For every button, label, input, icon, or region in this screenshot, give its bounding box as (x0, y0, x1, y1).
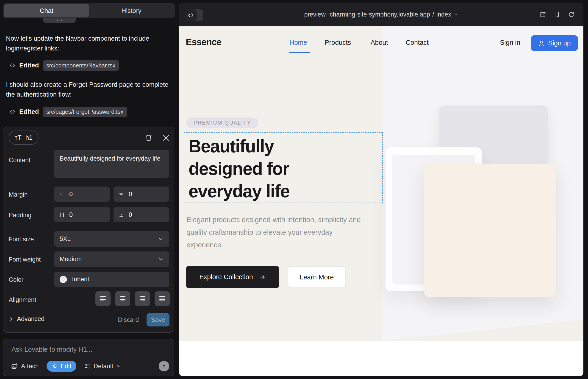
align-left-button[interactable] (95, 291, 110, 306)
image-plus-icon (11, 363, 18, 370)
model-default-select[interactable]: Default (84, 363, 121, 370)
delete-element-button[interactable] (144, 134, 153, 142)
mobile-view-icon[interactable] (554, 11, 560, 18)
typography-icon: тT (15, 134, 22, 141)
element-editor-panel: тT h1 Content Beautifully designed for e… (3, 127, 174, 333)
signin-link[interactable]: Sign in (500, 39, 520, 46)
edited-label: Edited (19, 108, 39, 115)
align-right-button[interactable] (135, 291, 150, 306)
sliders-icon (84, 363, 91, 369)
chevron-right-icon (9, 316, 14, 322)
chat-message: I should also create a Forgot Password p… (6, 79, 170, 99)
browser-toolbar: preview--charming-site-symphony.lovable.… (179, 3, 583, 26)
align-justify-button[interactable] (155, 291, 170, 306)
preview-url: preview--charming-site-symphony.lovable.… (304, 11, 430, 18)
chevron-down-icon (453, 12, 458, 17)
chat-message: Now let's update the Navbar component to… (6, 33, 170, 53)
advanced-toggle[interactable]: Advanced (9, 316, 45, 323)
tab-history[interactable]: History (89, 4, 174, 17)
font-size-label: Font size (9, 236, 34, 243)
hero-paragraph: Elegant products designed with intention… (186, 213, 368, 251)
h1-selection-outline[interactable] (184, 132, 383, 203)
align-justify-icon (158, 295, 166, 302)
site-logo[interactable]: Essence (186, 37, 221, 47)
padding-horizontal-icon (59, 211, 65, 218)
tab-chat[interactable]: Chat (4, 4, 89, 17)
align-center-button[interactable] (115, 291, 130, 306)
hero-decorative-wedge (382, 318, 583, 341)
open-in-new-icon[interactable] (540, 11, 546, 18)
content-label: Content (9, 157, 31, 164)
margin-vertical-icon (118, 191, 124, 197)
alignment-label: Alignment (9, 296, 36, 303)
close-panel-icon[interactable] (162, 134, 170, 142)
edit-mode-button[interactable]: Edit (46, 361, 77, 372)
file-path-chip[interactable]: src/pages/ForgotPassword.tsx (43, 107, 127, 117)
preview-page: Essence Home Products About Contact Sign… (179, 26, 583, 376)
nav-products[interactable]: Products (325, 39, 351, 46)
edited-label: Edited (19, 62, 39, 69)
font-weight-select[interactable]: Medium (54, 252, 169, 267)
refresh-icon[interactable] (568, 11, 575, 18)
margin-x-input[interactable]: 0 (54, 187, 110, 202)
color-swatch (60, 276, 67, 283)
font-size-select[interactable]: 5XL (54, 231, 169, 247)
chevron-down-icon (116, 364, 121, 369)
nav-contact[interactable]: Contact (406, 39, 429, 46)
chevron-down-icon (158, 236, 164, 242)
preview-browser-frame: preview--charming-site-symphony.lovable.… (179, 3, 583, 376)
hero-section: Essence Home Products About Contact Sign… (179, 26, 583, 341)
target-icon (52, 363, 58, 369)
attach-button[interactable]: Attach (11, 363, 39, 370)
edited-file-row[interactable]: Edited src/components/Navbar.tsx (9, 60, 119, 71)
align-right-icon (139, 295, 146, 302)
discard-button[interactable]: Discard (118, 316, 139, 323)
premium-quality-badge: PREMIUM QUALITY (186, 117, 259, 128)
nav-home[interactable]: Home (289, 39, 307, 46)
margin-label: Margin (9, 191, 28, 198)
padding-vertical-icon (118, 211, 124, 218)
tag-name: h1 (25, 134, 32, 141)
padding-label: Padding (9, 212, 31, 219)
lovable-editor-app: Chat History Now let's update the Navbar… (0, 0, 588, 379)
padding-y-input[interactable]: 0 (113, 207, 169, 222)
chat-composer: Ask Lovable to modify H1... Attach Edit … (3, 339, 174, 376)
learn-more-button[interactable]: Learn More (288, 266, 346, 288)
decor-card-peach (424, 164, 556, 297)
margin-horizontal-icon (59, 191, 65, 197)
edited-file-row[interactable]: Edited src/pages/ForgotPassword.tsx (9, 107, 127, 117)
color-label: Color (9, 276, 24, 283)
user-icon (538, 40, 545, 47)
composer-input[interactable]: Ask Lovable to modify H1... (12, 346, 93, 353)
margin-y-input[interactable]: 0 (113, 187, 169, 202)
send-button[interactable] (159, 361, 169, 371)
padding-x-input[interactable]: 0 (54, 207, 110, 222)
chat-sidebar: Chat History Now let's update the Navbar… (0, 0, 179, 379)
font-weight-label: Font weight (9, 256, 41, 263)
align-left-icon (99, 295, 107, 302)
clipped-scroll-chip (43, 18, 76, 23)
save-button[interactable]: Save (147, 313, 170, 327)
arrow-up-icon (161, 363, 167, 369)
active-nav-underline (289, 52, 310, 53)
chevron-down-icon (158, 256, 164, 262)
explore-collection-button[interactable]: Explore Collection (186, 266, 279, 288)
arrow-right-icon (259, 274, 266, 281)
code-icon (9, 109, 15, 115)
url-bar[interactable]: preview--charming-site-symphony.lovable.… (179, 3, 583, 26)
nav-about[interactable]: About (371, 39, 388, 46)
align-center-icon (119, 295, 126, 302)
route-name: index (436, 11, 451, 18)
code-icon (9, 62, 15, 69)
sidebar-tabbar: Chat History (3, 3, 175, 18)
content-input[interactable]: Beautifully designed for everyday life (54, 150, 169, 178)
signup-button[interactable]: Sign up (531, 35, 578, 51)
color-select[interactable]: Inherit (54, 272, 169, 287)
selected-element-tag: тT h1 (9, 130, 39, 145)
file-path-chip[interactable]: src/components/Navbar.tsx (43, 60, 119, 71)
